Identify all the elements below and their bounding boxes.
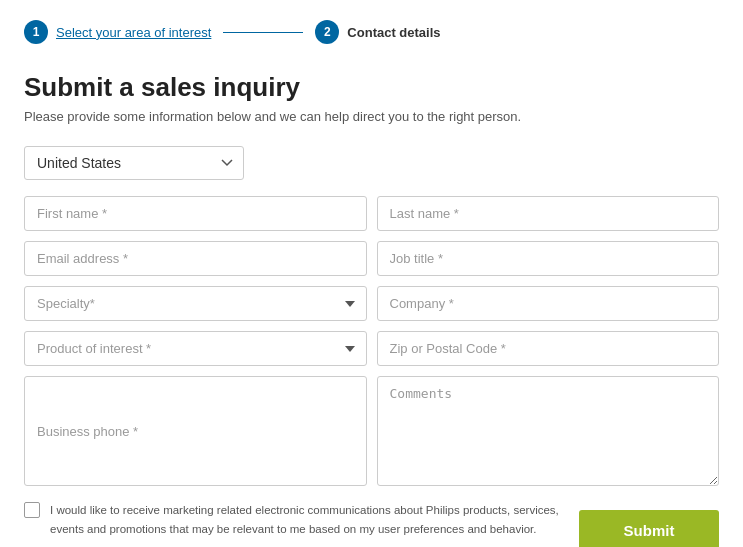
first-name-input[interactable]	[24, 196, 367, 231]
consent-checkbox[interactable]	[24, 502, 40, 518]
consent-text: I would like to receive marketing relate…	[50, 504, 559, 535]
product-select-wrapper: Product of interest *	[24, 331, 367, 366]
country-select[interactable]: United States Canada United Kingdom Aust…	[24, 146, 244, 180]
form-grid: Specialty* Product of interest *	[24, 196, 719, 486]
page-title: Submit a sales inquiry	[24, 72, 719, 103]
submit-button[interactable]: Submit	[579, 510, 719, 547]
specialty-select[interactable]: Specialty*	[24, 286, 367, 321]
step-2-label: Contact details	[347, 25, 440, 40]
step-divider	[223, 32, 303, 33]
step-1-label[interactable]: Select your area of interest	[56, 25, 211, 40]
stepper: 1 Select your area of interest 2 Contact…	[24, 20, 719, 44]
step-2-circle: 2	[315, 20, 339, 44]
email-input[interactable]	[24, 241, 367, 276]
company-input[interactable]	[377, 286, 720, 321]
consent-link-line: What does this mean? ›	[50, 543, 563, 548]
step-1-circle: 1	[24, 20, 48, 44]
step-2: 2 Contact details	[315, 20, 440, 44]
last-name-input[interactable]	[377, 196, 720, 231]
step-1[interactable]: 1 Select your area of interest	[24, 20, 211, 44]
page-subtitle: Please provide some information below an…	[24, 109, 719, 124]
specialty-select-wrapper: Specialty*	[24, 286, 367, 321]
consent-area: I would like to receive marketing relate…	[24, 500, 563, 547]
product-select[interactable]: Product of interest *	[24, 331, 367, 366]
comments-textarea[interactable]	[377, 376, 720, 486]
job-title-input[interactable]	[377, 241, 720, 276]
bottom-section: I would like to receive marketing relate…	[24, 500, 719, 547]
phone-input[interactable]	[24, 376, 367, 486]
zip-input[interactable]	[377, 331, 720, 366]
consent-text-block: I would like to receive marketing relate…	[50, 500, 563, 547]
